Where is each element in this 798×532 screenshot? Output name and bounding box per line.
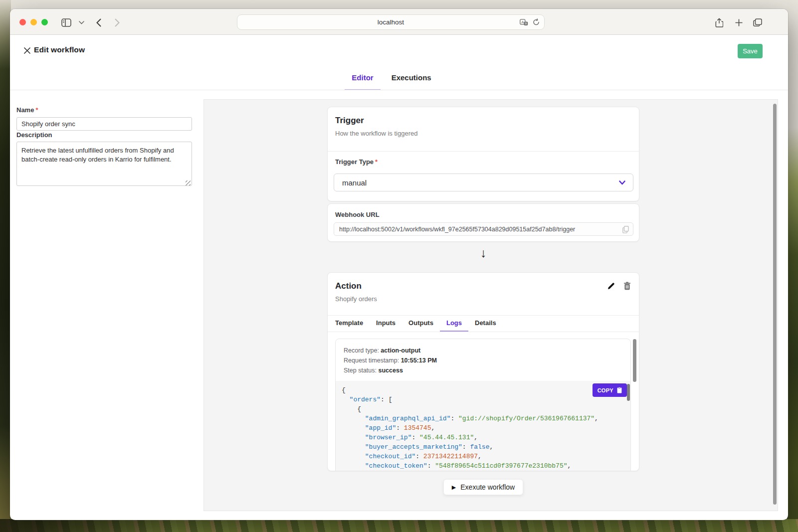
flow-arrow-down-icon: ↓ [327, 246, 639, 260]
timestamp-value: 10:55:13 PM [401, 357, 437, 364]
forward-button-icon[interactable] [111, 16, 123, 28]
copy-json-button[interactable]: COPY [593, 383, 627, 397]
divider [328, 332, 639, 332]
copy-icon[interactable] [622, 226, 629, 233]
trigger-type-label: Trigger Type* [335, 158, 378, 166]
close-icon[interactable] [21, 44, 33, 56]
action-tabs: Template Inputs Outputs Logs Details [329, 315, 639, 332]
trigger-type-select[interactable]: manual [334, 174, 633, 191]
minimize-window-button[interactable] [30, 19, 37, 25]
divider [328, 151, 639, 152]
action-subtitle: Shopify orders [335, 295, 377, 303]
sidebar-toggle-icon[interactable] [60, 16, 72, 28]
json-code[interactable]: { "orders": [ { "admin_graphql_api_id": … [336, 381, 630, 471]
wallpaper-right-edge [787, 0, 798, 532]
status-line: Step status: success [344, 367, 403, 374]
action-card: Action Shopify orders Template Inputs Ou… [327, 272, 639, 471]
webhook-url-field[interactable]: http://localhost:5002/v1/workflows/wkfl_… [334, 222, 633, 236]
record-type-value: action-output [381, 347, 420, 354]
translate-icon[interactable]: Aa [520, 19, 528, 26]
tab-details[interactable]: Details [468, 315, 503, 332]
description-textarea[interactable]: Retrieve the latest unfulfilled orders f… [16, 142, 192, 186]
clipboard-icon [617, 387, 622, 393]
svg-text:a: a [525, 21, 527, 25]
trigger-type-value: manual [342, 178, 367, 187]
required-asterisk: * [35, 106, 38, 114]
trash-icon[interactable] [622, 281, 632, 291]
timestamp-line: Request timestamp: 10:55:13 PM [344, 357, 437, 364]
zoom-window-button[interactable] [41, 19, 48, 25]
workflow-canvas: Trigger How the workflow is tiggered Tri… [203, 99, 778, 511]
browser-window: localhost Aa [10, 9, 788, 520]
webhook-url-label: Webhook URL [335, 211, 380, 218]
wallpaper-bottom-edge [0, 519, 798, 532]
record-type-line: Record type: action-output [344, 347, 420, 354]
tab-editor[interactable]: Editor [345, 66, 380, 90]
execute-row: ▶ Exexute workflow [327, 479, 639, 495]
svg-text:A: A [521, 19, 524, 24]
name-input[interactable] [16, 117, 192, 131]
tab-template[interactable]: Template [329, 315, 370, 332]
edit-pencil-icon[interactable] [606, 281, 616, 291]
tab-inputs[interactable]: Inputs [370, 315, 402, 332]
log-panel-scrollbar[interactable] [633, 339, 636, 382]
wallpaper-left-edge [0, 0, 11, 532]
close-window-button[interactable] [19, 19, 26, 25]
webhook-card: Webhook URL http://localhost:5002/v1/wor… [327, 203, 639, 242]
address-bar-url: localhost [378, 18, 404, 26]
save-button[interactable]: Save [738, 44, 763, 58]
trigger-card: Trigger How the workflow is tiggered Tri… [327, 107, 639, 201]
browser-toolbar: localhost Aa [10, 9, 788, 35]
trigger-title: Trigger [335, 116, 364, 126]
required-asterisk: * [375, 158, 378, 166]
workflow-tabs: Editor Executions [10, 66, 788, 90]
tab-logs[interactable]: Logs [440, 315, 468, 332]
tab-executions[interactable]: Executions [385, 66, 438, 90]
page-title: Edit workflow [34, 45, 85, 54]
name-label: Name* [16, 106, 38, 114]
tab-outputs[interactable]: Outputs [402, 315, 440, 332]
desktop: localhost Aa [0, 0, 798, 532]
tab-overview-icon[interactable] [752, 16, 764, 28]
sidebar-chevron-down-icon[interactable] [75, 16, 87, 28]
canvas-scrollbar[interactable] [773, 104, 777, 505]
log-record-card: Record type: action-output Request times… [335, 339, 631, 471]
trigger-subtitle: How the workflow is tiggered [335, 130, 417, 137]
back-button-icon[interactable] [93, 16, 105, 28]
reload-icon[interactable] [533, 18, 540, 26]
chevron-down-icon [618, 179, 626, 186]
description-label: Description [16, 131, 52, 139]
share-icon[interactable] [713, 16, 725, 28]
action-title: Action [335, 281, 362, 291]
play-icon: ▶ [452, 484, 456, 491]
webhook-url-value: http://localhost:5002/v1/workflows/wkfl_… [339, 226, 575, 233]
address-bar[interactable]: localhost Aa [237, 14, 545, 30]
status-value: success [378, 367, 402, 374]
execute-workflow-button[interactable]: ▶ Exexute workflow [443, 479, 523, 495]
workflow-header: Edit workflow Save [10, 35, 788, 66]
new-tab-icon[interactable] [733, 16, 745, 28]
code-scrollbar[interactable] [627, 384, 630, 401]
